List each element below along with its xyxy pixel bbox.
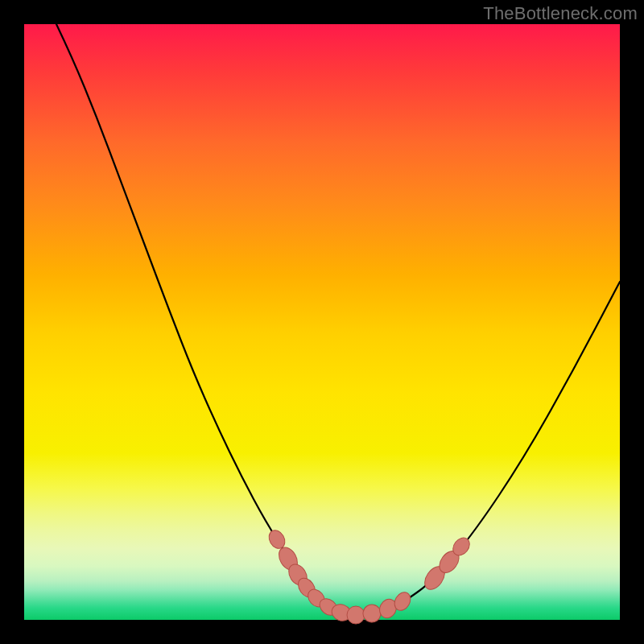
bead xyxy=(361,603,382,623)
v-curve xyxy=(56,24,620,614)
chart-stage: TheBottleneck.com xyxy=(0,0,644,644)
bead-group xyxy=(266,527,473,624)
plot-area xyxy=(24,24,620,620)
bead xyxy=(347,606,365,624)
attribution-text: TheBottleneck.com xyxy=(483,3,638,24)
overlay-svg xyxy=(24,24,620,620)
